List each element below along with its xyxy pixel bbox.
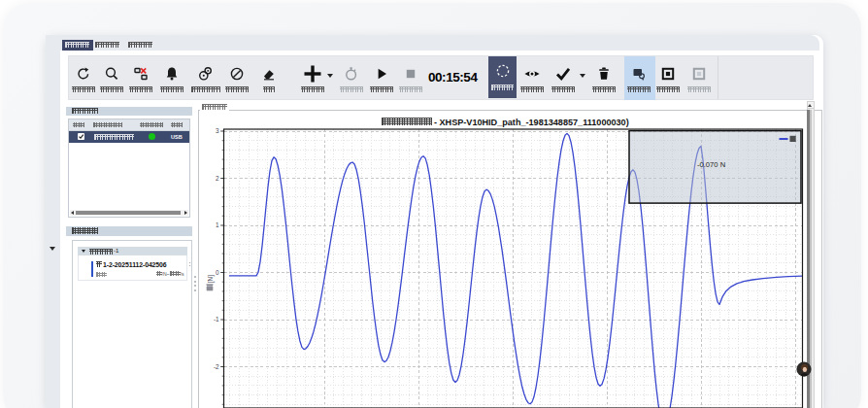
- svg-text:3: 3: [216, 127, 219, 134]
- svg-text:-0.070 N: -0.070 N: [697, 160, 725, 169]
- svg-text:- XHSP-V10HID_path_-1981348857: - XHSP-V10HID_path_-1981348857_111000030…: [434, 118, 629, 127]
- svg-text:1: 1: [216, 221, 219, 228]
- svg-text:0: 0: [216, 269, 219, 276]
- svg-text:2: 2: [216, 175, 219, 182]
- svg-text:-2: -2: [214, 363, 219, 370]
- svg-text:-1: -1: [214, 316, 219, 323]
